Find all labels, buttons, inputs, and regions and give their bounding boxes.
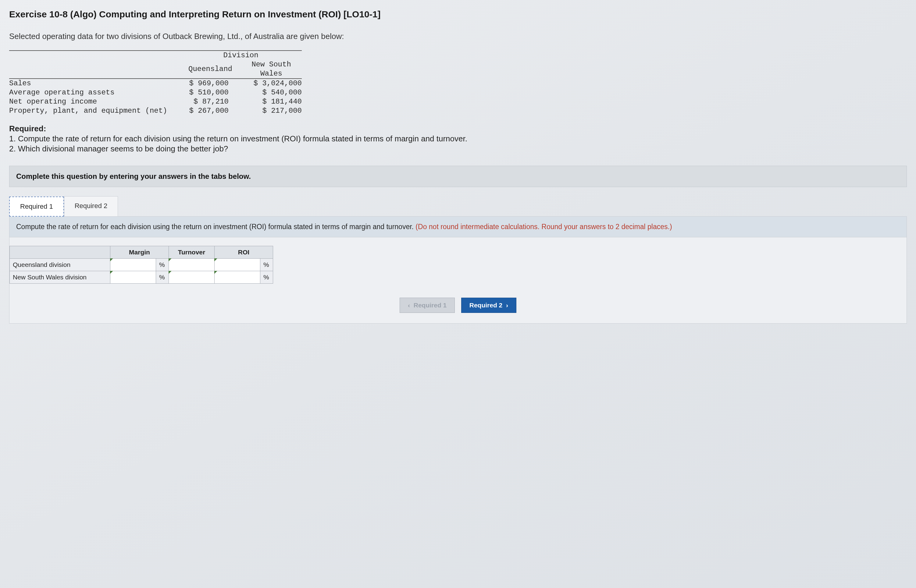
next-button[interactable]: Required 2 › <box>461 298 516 313</box>
prev-button-label: Required 1 <box>414 302 447 309</box>
margin-unit-queensland: % <box>156 258 169 271</box>
prev-button: ‹ Required 1 <box>400 298 455 313</box>
ans-header-blank <box>10 246 110 258</box>
avg-assets-nsw: $ 540,000 <box>241 88 302 97</box>
answer-row-queensland: Queensland division % % <box>10 258 273 271</box>
ans-header-roi: ROI <box>215 246 273 258</box>
tab-required-2[interactable]: Required 2 <box>64 196 118 216</box>
roi-unit-queensland: % <box>260 258 273 271</box>
sub-instruction-hint: (Do not round intermediate calculations.… <box>416 223 672 231</box>
nav-row: ‹ Required 1 Required 2 › <box>10 292 906 323</box>
division-span-header: Division <box>180 50 302 60</box>
tabs-container: Required 1 Required 2 <box>9 196 907 216</box>
col-header-queensland: Queensland <box>180 60 241 79</box>
tab-required-1[interactable]: Required 1 <box>9 197 64 216</box>
chevron-left-icon: ‹ <box>408 302 410 309</box>
avg-assets-queensland: $ 510,000 <box>180 88 241 97</box>
row-label-ppe: Property, plant, and equipment (net) <box>9 106 180 115</box>
required-heading: Required: <box>9 124 907 133</box>
division-data-table: Division Queensland New South Wales Sale… <box>9 50 302 115</box>
answer-row-nsw: New South Wales division % % <box>10 271 273 284</box>
turnover-input-queensland[interactable] <box>169 259 214 270</box>
sub-instruction-main: Compute the rate of return for each divi… <box>16 223 416 231</box>
noi-nsw: $ 181,440 <box>241 97 302 106</box>
col-header-nsw: New South Wales <box>241 60 302 79</box>
noi-queensland: $ 87,210 <box>180 97 241 106</box>
margin-input-nsw[interactable] <box>110 272 156 283</box>
required-item-1: 1. Compute the rate of return for each d… <box>9 134 907 144</box>
next-button-label: Required 2 <box>469 302 503 309</box>
tab-content: Compute the rate of return for each divi… <box>9 216 907 323</box>
row-label-sales: Sales <box>9 79 180 88</box>
sales-queensland: $ 969,000 <box>180 79 241 88</box>
ppe-queensland: $ 267,000 <box>180 106 241 115</box>
margin-unit-nsw: % <box>156 271 169 284</box>
row-label-avg-assets: Average operating assets <box>9 88 180 97</box>
required-item-2: 2. Which divisional manager seems to be … <box>9 144 907 153</box>
exercise-title: Exercise 10-8 (Algo) Computing and Inter… <box>9 9 907 19</box>
sales-nsw: $ 3,024,000 <box>241 79 302 88</box>
ans-label-queensland: Queensland division <box>10 258 110 271</box>
ans-header-margin: Margin <box>110 246 169 258</box>
sub-instruction: Compute the rate of return for each divi… <box>10 216 906 237</box>
roi-input-nsw[interactable] <box>215 272 260 283</box>
intro-text: Selected operating data for two division… <box>9 32 907 41</box>
chevron-right-icon: › <box>506 302 508 309</box>
roi-unit-nsw: % <box>260 271 273 284</box>
turnover-input-nsw[interactable] <box>169 272 214 283</box>
ans-header-turnover: Turnover <box>169 246 215 258</box>
margin-input-queensland[interactable] <box>110 259 156 270</box>
answer-table: Margin Turnover ROI Queensland division … <box>10 246 273 284</box>
roi-input-queensland[interactable] <box>215 259 260 270</box>
ans-label-nsw: New South Wales division <box>10 271 110 284</box>
ppe-nsw: $ 217,000 <box>241 106 302 115</box>
instruction-box: Complete this question by entering your … <box>9 166 907 187</box>
row-label-noi: Net operating income <box>9 97 180 106</box>
